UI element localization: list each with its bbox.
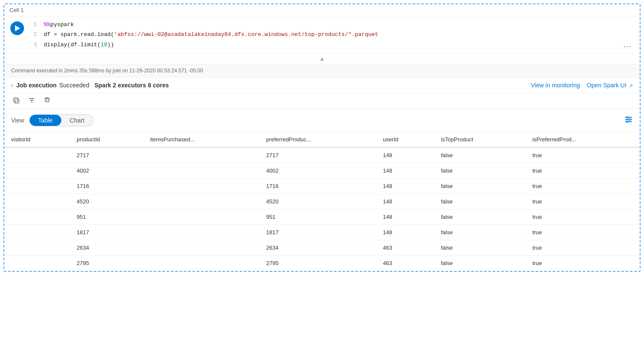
chart-view-button[interactable]: Chart [61,115,93,126]
table-cell: 1817 [259,225,376,240]
svg-rect-0 [15,99,19,103]
table-cell: 4002 [259,163,376,179]
execution-info-text: Command executed in 2mins 35s 588ms by j… [11,68,203,74]
spark-label: Spark [94,82,111,89]
table-cell: 148 [376,147,434,163]
table-cell: 4002 [70,163,143,179]
table-cell: false [434,225,525,240]
more-options-button[interactable]: ··· [623,42,631,51]
table-cell: false [434,256,525,271]
table-cell [4,147,70,163]
cell-title: Cell 1 [9,7,24,13]
execution-info: Command executed in 2mins 35s 588ms by j… [4,64,640,78]
table-view-button[interactable]: Table [30,115,61,126]
table-cell [4,163,70,179]
svg-rect-10 [626,116,628,118]
open-spark-ui-label: Open Spark UI [587,82,627,89]
table-row: 18171817148falsetrue [4,225,640,240]
job-links: View in monitoring Open Spark UI ↗ [531,82,633,89]
table-cell: 148 [376,179,434,194]
table-cell: true [526,194,640,209]
svg-rect-1 [14,98,18,102]
table-cell: false [434,147,525,163]
table-cell: 2795 [259,256,376,271]
run-button[interactable] [10,21,24,35]
copy-button[interactable] [11,96,21,106]
code-lines: 1 %%pyspark 2 df = spark.read.load('abfs… [30,20,623,50]
table-cell: 148 [376,194,434,209]
table-cell [143,225,259,240]
table-row: 27172717148falsetrue [4,147,640,163]
col-items-purchased: itemsPurchased... [143,132,259,147]
code-text-2: df = spark.read.load('abfss://wwi-02@asa… [44,30,378,39]
table-cell [143,256,259,271]
table-cell: false [434,163,525,179]
table-cell: 951 [259,209,376,225]
line-number-2: 2 [30,30,37,39]
col-product-id: productId [70,132,143,147]
view-toggle: Table Chart [29,114,93,126]
table-cell: 463 [376,256,434,271]
table-cell: true [526,209,640,225]
table-cell: 1716 [70,179,143,194]
view-section: View Table Chart [4,109,640,132]
table-header-row: visitorId productId itemsPurchased... pr… [4,132,640,147]
view-label: View [11,117,24,124]
table-cell: 951 [70,209,143,225]
run-button-area [4,20,30,50]
collapse-bar[interactable]: ▲ [4,53,640,64]
collapse-icon: ▲ [319,55,325,62]
open-spark-ui-link[interactable]: Open Spark UI ↗ [587,82,633,89]
table-header: visitorId productId itemsPurchased... pr… [4,132,640,147]
clear-button[interactable] [42,96,52,106]
col-preferred-product: preferredProduc... [259,132,376,147]
table-cell: true [526,225,640,240]
job-execution-label: Job execution [16,82,57,89]
table-row: 45204520148falsetrue [4,194,640,209]
table-cell [4,179,70,194]
code-area: 1 %%pyspark 2 df = spark.read.load('abfs… [30,20,640,50]
code-line-2: 2 df = spark.read.load('abfss://wwi-02@a… [30,30,623,39]
table-cell: 2717 [70,147,143,163]
col-is-top-product: isTopProduct [434,132,525,147]
table-cell: false [434,240,525,256]
table-cell: 2795 [70,256,143,271]
notebook-cell: Cell 1 1 %%pyspark 2 df = spark.read.loa… [3,3,641,272]
toolbar [4,93,640,109]
col-user-id: userId [376,132,434,147]
table-cell: 148 [376,163,434,179]
table-row: 27952795463falsetrue [4,256,640,271]
spark-info: Spark 2 executors 8 cores [94,82,169,89]
table-cell: 1817 [70,225,143,240]
cell-header: Cell 1 [4,4,640,16]
code-line-3: 3 display(df.limit(10)) [30,40,623,50]
table-cell [4,225,70,240]
filter-button[interactable] [27,96,37,106]
external-link-icon: ↗ [629,83,633,88]
data-table-wrapper: visitorId productId itemsPurchased... pr… [4,132,640,271]
table-cell: 463 [376,240,434,256]
table-cell: 148 [376,225,434,240]
table-cell: false [434,194,525,209]
col-visitor-id: visitorId [4,132,70,147]
table-settings-button[interactable] [624,115,633,126]
table-body: 27172717148falsetrue40024002148falsetrue… [4,147,640,271]
table-cell: 4520 [259,194,376,209]
table-cell [4,194,70,209]
table-cell [4,256,70,271]
cell-body: 1 %%pyspark 2 df = spark.read.load('abfs… [4,16,640,53]
table-cell: true [526,147,640,163]
table-cell: false [434,209,525,225]
table-cell [4,209,70,225]
table-cell: true [526,163,640,179]
table-cell: 4520 [70,194,143,209]
table-cell: 2634 [70,240,143,256]
table-cell: true [526,240,640,256]
table-cell: 2717 [259,147,376,163]
view-monitoring-link[interactable]: View in monitoring [531,82,580,89]
table-cell: 2634 [259,240,376,256]
code-text-3: display(df.limit(10)) [44,40,114,50]
job-execution-status: Succeeded [59,82,89,89]
data-table: visitorId productId itemsPurchased... pr… [4,132,640,271]
job-expand-icon[interactable]: › [11,82,13,88]
